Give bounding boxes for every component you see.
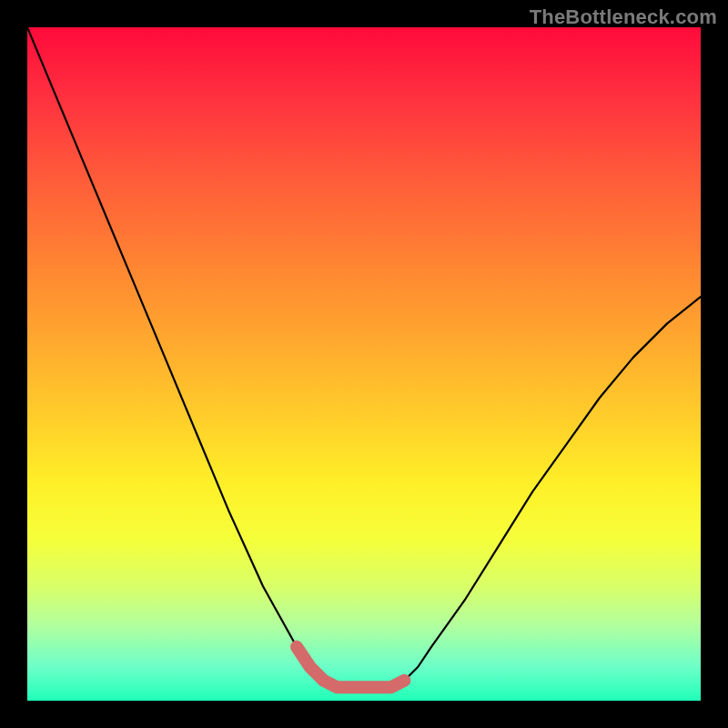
- bottleneck-curve: [27, 27, 701, 687]
- chart-frame: TheBottleneck.com: [0, 0, 728, 728]
- watermark-text: TheBottleneck.com: [530, 5, 717, 29]
- optimum-highlight: [297, 647, 404, 687]
- chart-plot-area: [27, 27, 701, 701]
- chart-overlay: [27, 27, 701, 701]
